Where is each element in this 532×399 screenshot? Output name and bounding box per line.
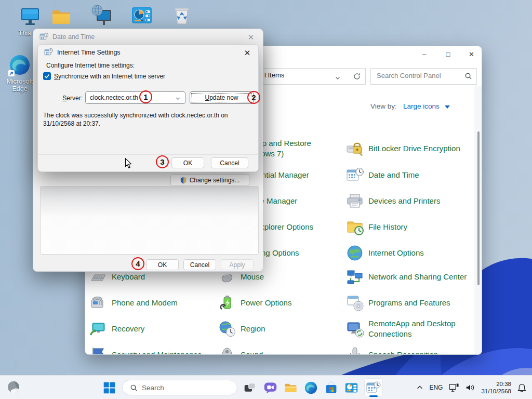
edge-icon (8, 54, 31, 76)
annotation-step-3: 3 (156, 155, 169, 168)
search-placeholder: Search (142, 384, 164, 392)
cp-item[interactable]: Power Options (218, 292, 340, 313)
maximize-button[interactable]: □ (436, 46, 460, 62)
taskbar-center-group: Search (102, 378, 383, 397)
cp-item-label: Network and Sharing Center (368, 272, 468, 282)
cp-item[interactable]: Programs and Features (345, 292, 468, 313)
cp-item[interactable]: BitLocker Drive Encryption (345, 138, 468, 159)
annotation-step-4: 4 (131, 257, 144, 270)
task-view-button[interactable] (243, 380, 258, 395)
sound-icon (218, 345, 236, 355)
folder-icon (50, 5, 73, 28)
ok-button[interactable]: OK (171, 157, 204, 168)
desktop: This PC Microsoft Edge – □ ✕ l Items Sea… (0, 0, 532, 399)
cancel-button[interactable]: Cancel (211, 157, 248, 168)
power-options-icon (218, 294, 236, 312)
cp-item-label: Mouse (241, 272, 340, 282)
control-panel-taskbar-icon[interactable] (344, 380, 359, 395)
view-mode-dropdown[interactable]: Large icons (403, 102, 440, 110)
cp-item-label: Security and Maintenance (112, 350, 211, 355)
scrollbar-thumb[interactable] (477, 131, 480, 285)
description-panel (40, 186, 259, 255)
programs-features-icon (345, 294, 364, 312)
date-time-icon (44, 48, 53, 57)
cp-item[interactable]: Devices and Printers (345, 191, 468, 211)
edge-icon[interactable] (303, 380, 318, 395)
cp-item[interactable]: Security and Maintenance (89, 344, 211, 355)
clock[interactable]: 20:38 31/10/2568 (481, 380, 511, 395)
cp-item[interactable]: Sound (218, 344, 340, 355)
server-combobox[interactable]: clock.nectec.or.th (85, 91, 185, 104)
desktop-icon-recycle-bin[interactable] (162, 4, 202, 27)
chat-icon[interactable] (263, 380, 278, 395)
tray-chevron-up-icon[interactable] (416, 384, 423, 391)
cp-item[interactable]: Recovery (89, 318, 211, 339)
shortcut-arrow-icon (8, 70, 15, 76)
scrollbar[interactable] (474, 86, 482, 354)
cp-item-label: Speech Recognition (368, 350, 468, 355)
change-settings-button[interactable]: Change settings... (170, 174, 249, 186)
file-history-icon (345, 218, 364, 236)
cp-item-label: Keyboard (112, 272, 211, 282)
recovery-icon (89, 320, 108, 338)
cp-item[interactable]: Speech Recognition (345, 344, 468, 355)
start-button[interactable] (102, 380, 117, 395)
annotation-step-2: 2 (247, 91, 260, 104)
cp-item-label: Phone and Modem (112, 298, 211, 308)
security-maintenance-icon (89, 345, 108, 355)
refresh-icon[interactable] (353, 72, 361, 81)
microsoft-store-icon[interactable] (324, 380, 339, 395)
chevron-down-icon[interactable] (175, 96, 181, 101)
language-indicator[interactable]: ENG (429, 384, 443, 391)
dialog-titlebar: Internet Time Settings (44, 48, 121, 57)
minimize-button[interactable]: – (413, 46, 436, 62)
cp-item-label: Devices and Printers (368, 196, 468, 206)
apply-button: Apply (221, 259, 254, 270)
active-indicator (369, 395, 378, 397)
cp-item[interactable]: File History (345, 217, 468, 237)
close-button[interactable]: ✕ (460, 46, 482, 62)
cp-item-label: Sound (241, 350, 340, 355)
bitlocker-icon (345, 139, 364, 158)
taskbar-search[interactable]: Search (122, 380, 237, 395)
cp-item-label: BitLocker Drive Encryption (368, 143, 468, 154)
cp-item-label: Programs and Features (368, 298, 468, 308)
server-value: clock.nectec.or.th (90, 94, 138, 101)
cp-item[interactable]: Internet Options (345, 243, 468, 263)
checkbox-checked-icon[interactable] (43, 72, 51, 80)
close-icon[interactable]: ✕ (243, 31, 259, 44)
close-icon[interactable]: ✕ (240, 47, 255, 59)
uac-shield-icon (180, 177, 187, 184)
desktop-icon-folder[interactable] (42, 5, 81, 28)
cp-item[interactable]: Region (218, 318, 340, 339)
annotation-step-1: 1 (139, 90, 152, 103)
notifications-bell-icon[interactable] (517, 383, 527, 393)
cp-item-label: Recovery (112, 324, 211, 334)
cp-item[interactable]: RemoteApp and Desktop Connections (345, 318, 468, 339)
search-placeholder: Search Control Panel (377, 72, 441, 79)
date-time-taskbar-icon[interactable] (364, 378, 383, 397)
cp-item[interactable]: Phone and Modem (89, 292, 211, 313)
cancel-button[interactable]: Cancel (183, 259, 216, 270)
system-tray: ENG 20:38 31/10/2568 (416, 376, 527, 399)
tray-date: 31/10/2568 (481, 388, 511, 395)
sync-checkbox-row[interactable]: Synchronize with an Internet time server (43, 72, 165, 80)
dialog-title: Internet Time Settings (57, 49, 121, 56)
ok-button[interactable]: OK (146, 259, 179, 270)
cp-item[interactable]: Network and Sharing Center (345, 267, 468, 287)
file-explorer-icon[interactable] (283, 380, 298, 395)
desktop-icon-control-panel[interactable] (122, 4, 162, 27)
date-time-icon (39, 32, 48, 41)
volume-icon[interactable] (465, 382, 475, 393)
update-now-button[interactable]: Update now (190, 91, 254, 104)
chevron-down-icon[interactable] (335, 75, 341, 81)
widgets-weather-icon[interactable] (6, 380, 22, 395)
search-icon[interactable] (464, 72, 472, 80)
address-text: l Items (264, 71, 284, 79)
sync-status-line2: 31/10/2568 at 20:37. (43, 120, 100, 127)
desktop-icon-network[interactable] (82, 4, 122, 27)
network-tray-icon[interactable] (448, 382, 459, 393)
cp-item[interactable]: Date and Time (345, 165, 468, 185)
region-icon (218, 320, 236, 338)
view-by-label: View by: (370, 102, 397, 110)
